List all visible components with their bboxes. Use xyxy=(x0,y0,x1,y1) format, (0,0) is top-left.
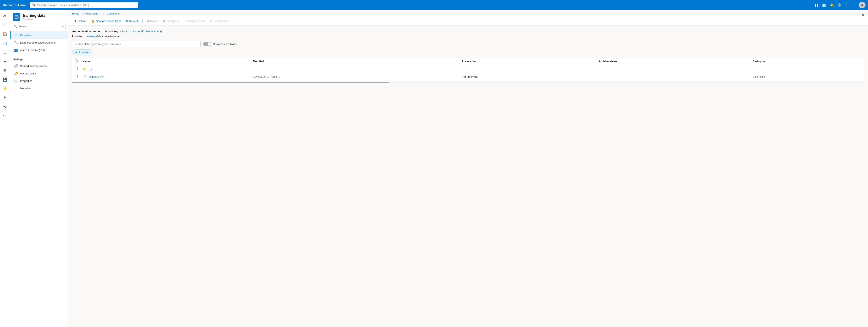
rail-dashboard[interactable]: 📊 xyxy=(1,39,9,47)
user-avatar[interactable] xyxy=(859,2,866,8)
row-name-cell: 📄 diabetes.csv xyxy=(80,73,250,81)
acquire-lease-button[interactable]: ✎ Acquire lease xyxy=(183,18,208,24)
upload-button[interactable]: ⬆ Upload xyxy=(72,18,88,24)
more-button[interactable]: ... xyxy=(231,18,237,24)
nav-item-iam[interactable]: 👥 Access Control (IAM) xyxy=(10,46,68,54)
location-row: Location: training-data / datastore-path xyxy=(72,34,864,38)
breadcrumb-home[interactable]: Home xyxy=(72,12,80,15)
rail-favorites[interactable]: ★ xyxy=(1,57,9,65)
switch-auth-link[interactable]: (Switch to Azure AD User Account) xyxy=(120,30,162,33)
breadcrumb-containers[interactable]: Containers xyxy=(107,12,120,15)
side-search-icon: 🔍 xyxy=(14,25,17,28)
blob-search-row: Show deleted blobs xyxy=(72,41,864,47)
refresh-label: Refresh xyxy=(129,20,138,23)
folder-icon: 📁 xyxy=(83,67,87,71)
terminal-icon[interactable]: ▮▮ xyxy=(815,3,818,7)
rail-add[interactable]: + xyxy=(1,21,9,29)
col-header-name: Name xyxy=(80,58,250,65)
break-lease-button[interactable]: ✂ Break lease xyxy=(208,18,230,24)
file-name-link[interactable]: diabetes.csv xyxy=(89,76,104,79)
show-deleted-label: Show deleted blobs xyxy=(213,42,237,46)
side-search-input[interactable] xyxy=(19,25,61,28)
rail-home[interactable]: 🏠 xyxy=(1,30,9,38)
nav-item-iam-label: Access Control (IAM) xyxy=(20,49,45,52)
file-name-link[interactable]: [..] xyxy=(89,68,92,71)
svg-point-0 xyxy=(862,4,863,5)
resource-header: training-data Container ··· xyxy=(10,10,68,22)
select-all-checkbox[interactable] xyxy=(74,60,78,62)
row-checkbox[interactable] xyxy=(74,67,78,70)
settings-icon[interactable]: ⚙️ xyxy=(838,3,842,7)
row-access-tier-cell xyxy=(459,65,596,73)
lock-icon: 🔒 xyxy=(91,19,95,23)
nav-item-properties[interactable]: 📊 Properties xyxy=(10,77,68,85)
change-tier-button[interactable]: ⇄ Change tier xyxy=(161,18,182,24)
rail-eye[interactable]: 👁 xyxy=(1,103,9,111)
rail-menu[interactable]: ☰ xyxy=(1,48,9,56)
horizontal-scrollbar[interactable] xyxy=(72,82,864,83)
scrollbar-thumb[interactable] xyxy=(72,82,389,83)
location-account-link[interactable]: training-data xyxy=(86,35,101,38)
refresh-button[interactable]: ↻ Refresh xyxy=(124,18,141,24)
breadcrumb-sep-2: › xyxy=(99,12,100,15)
side-search-bar[interactable]: 🔍 « xyxy=(12,24,66,29)
feedback-icon[interactable]: ▮▮ xyxy=(822,3,826,7)
collapse-icon[interactable]: « xyxy=(62,25,64,28)
metadata-icon: ℹ xyxy=(14,86,18,90)
table-row: 📄 diabetes.csv 11/4/2022, 11:49:58 ... H… xyxy=(72,73,864,81)
row-modified-cell: 11/4/2022, 11:49:58 ... xyxy=(250,73,459,81)
row-checkbox-cell xyxy=(72,65,80,73)
change-tier-icon: ⇄ xyxy=(163,19,165,23)
global-search-input[interactable] xyxy=(37,3,136,7)
col-header-access-tier: Access tier xyxy=(459,58,596,65)
close-button[interactable]: ✕ xyxy=(862,13,865,17)
blob-table: Name Modified Access tier Archive status… xyxy=(72,58,864,81)
refresh-icon: ↻ xyxy=(126,19,128,23)
nav-item-access-policy[interactable]: 🔑 Access policy xyxy=(10,70,68,77)
rail-expand[interactable]: ≫ xyxy=(1,11,9,20)
account-menu-icon[interactable]: 👤 xyxy=(851,3,855,7)
change-access-level-button[interactable]: 🔒 Change access level xyxy=(89,18,123,24)
rail-data[interactable]: 💾 xyxy=(1,76,9,84)
blob-search-input[interactable] xyxy=(72,41,200,47)
rail-services[interactable]: ⊞ xyxy=(1,66,9,75)
add-filter-label: Add filter xyxy=(79,51,89,54)
iam-icon: 👥 xyxy=(14,48,18,52)
breadcrumb-all-resources[interactable]: All resources xyxy=(83,12,98,15)
access-policy-icon: 🔑 xyxy=(14,71,18,75)
table-row: 📁 [..] xyxy=(72,65,864,73)
break-lease-label: Break lease xyxy=(214,20,228,23)
nav-item-shared-access[interactable]: 🔗 Shared access tokens xyxy=(10,62,68,70)
nav-item-diagnose[interactable]: 🔧 Diagnose and solve problems xyxy=(10,39,68,46)
auth-method-row: Authentication method: Access key (Switc… xyxy=(72,29,864,34)
row-checkbox[interactable] xyxy=(74,75,78,78)
header-checkbox-cell xyxy=(72,58,80,65)
rail-shield[interactable]: 🛡 xyxy=(1,112,9,120)
breadcrumb-sep-1: › xyxy=(81,12,82,15)
rail-bolt[interactable]: ⚡ xyxy=(1,85,9,93)
acquire-lease-label: Acquire lease xyxy=(189,20,206,23)
delete-label: Delete xyxy=(150,20,158,23)
delete-button[interactable]: 🗑 Delete xyxy=(144,18,160,24)
help-icon[interactable]: ? xyxy=(845,3,847,7)
global-search-bar[interactable]: 🔍 xyxy=(30,2,138,8)
nav-item-metadata[interactable]: ℹ Metadata xyxy=(10,85,68,92)
bell-icon[interactable]: 🔔 xyxy=(830,3,834,7)
upload-icon: ⬆ xyxy=(74,19,77,23)
nav-item-properties-label: Properties xyxy=(20,80,32,83)
toolbar: ⬆ Upload 🔒 Change access level ↻ Refresh… xyxy=(68,17,868,26)
col-header-archive-status: Archive status xyxy=(596,58,750,65)
show-deleted-toggle[interactable] xyxy=(203,42,211,46)
top-nav-icons: ▮▮ ▮▮ 🔔 ⚙️ ? 👤 xyxy=(815,2,866,8)
nav-item-access-policy-label: Access policy xyxy=(20,72,36,75)
location-path: datastore-path xyxy=(104,35,121,38)
overview-icon: ⊟ xyxy=(14,33,18,37)
rail-sql[interactable]: 🗄 xyxy=(1,94,9,102)
resource-name: training-data xyxy=(23,13,45,18)
svg-rect-2 xyxy=(15,16,19,17)
break-lease-icon: ✂ xyxy=(210,19,213,23)
more-options-icon[interactable]: ··· xyxy=(62,15,65,19)
nav-item-overview[interactable]: ⊟ Overview xyxy=(10,31,68,39)
breadcrumb: Home › All resources › | Containers › xyxy=(68,10,868,17)
add-filter-button[interactable]: ⊕ Add filter xyxy=(72,49,92,55)
